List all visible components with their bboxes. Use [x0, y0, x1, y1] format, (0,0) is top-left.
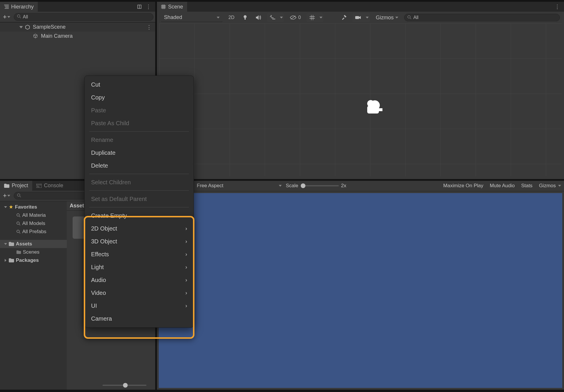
tree-assets[interactable]: Assets	[0, 240, 67, 248]
hierarchy-item-main-camera[interactable]: Main Camera	[0, 32, 155, 40]
thumbnail-size-slider[interactable]	[102, 385, 146, 386]
ctx-label: Rename	[91, 137, 113, 143]
scene-tools-button[interactable]	[338, 13, 349, 22]
chevron-right-icon: ›	[185, 226, 187, 232]
list-icon	[4, 5, 9, 9]
project-tree: ★ Favorites All Materia All Models All P…	[0, 201, 67, 390]
tree-label: Scenes	[23, 249, 40, 255]
folder-icon	[9, 242, 14, 246]
scene-fx-dropdown[interactable]	[279, 13, 284, 22]
console-tab-label: Console	[44, 183, 63, 189]
tree-fav-item[interactable]: All Prefabs	[0, 228, 67, 236]
scene-viewport[interactable]	[159, 23, 562, 176]
camera-gizmo[interactable]	[362, 99, 384, 117]
ctx-3d-object[interactable]: 3D Object›	[85, 235, 194, 248]
ctx-ui[interactable]: UI›	[85, 299, 194, 312]
ctx-paste: Paste	[85, 104, 194, 117]
project-add-button[interactable]: +	[2, 191, 11, 200]
game-gizmos-dropdown[interactable]: Gizmos	[539, 183, 561, 189]
ctx-2d-object[interactable]: 2D Object›	[85, 222, 194, 235]
folder-icon	[4, 184, 9, 188]
tree-label: Favorites	[15, 204, 37, 210]
scene-hidden-toggle[interactable]: 0	[287, 13, 304, 22]
speaker-icon	[256, 15, 261, 20]
scene-grid-icon	[161, 4, 166, 9]
scene-gizmos-dropdown[interactable]: Gizmos	[373, 13, 401, 22]
mute-audio-toggle[interactable]: Mute Audio	[490, 183, 515, 189]
scene-tab[interactable]: Scene	[157, 2, 187, 12]
scene-lighting-toggle[interactable]	[240, 13, 250, 22]
console-tab[interactable]: Console	[32, 181, 67, 191]
ctx-effects[interactable]: Effects›	[85, 248, 194, 261]
slider-knob[interactable]	[301, 183, 305, 188]
tree-label: All Models	[22, 221, 45, 226]
scene-search[interactable]: All	[404, 14, 560, 21]
search-icon	[17, 193, 21, 199]
kebab-icon[interactable]: ⋮	[555, 4, 560, 10]
tree-packages[interactable]: Packages	[0, 256, 67, 264]
game-viewport[interactable]	[159, 193, 562, 388]
scene-name: SampleScene	[33, 24, 66, 30]
chevron-down-icon	[319, 17, 322, 18]
scene-camera-dropdown[interactable]	[365, 13, 370, 22]
ctx-label: Light	[91, 264, 104, 271]
ctx-light[interactable]: Light›	[85, 261, 194, 274]
tree-assets-child[interactable]: Scenes	[0, 248, 67, 256]
ctx-label: Paste As Child	[91, 120, 129, 127]
project-tab-label: Project	[12, 183, 28, 189]
scene-audio-toggle[interactable]	[253, 13, 264, 22]
scale-slider[interactable]	[301, 185, 339, 186]
hierarchy-search[interactable]: All	[14, 13, 153, 21]
aspect-dropdown[interactable]: Free Aspect	[197, 183, 282, 189]
folder-icon	[16, 250, 21, 254]
expand-icon	[5, 259, 6, 262]
ctx-rename: Rename	[85, 133, 194, 146]
ctx-label: Set as Default Parent	[91, 196, 147, 202]
ctx-copy[interactable]: Copy	[85, 91, 194, 104]
ctx-label: Create Empty	[91, 212, 127, 219]
ctx-delete[interactable]: Delete	[85, 159, 194, 172]
tree-fav-item[interactable]: All Materia	[0, 211, 67, 219]
grid-snap-icon	[310, 15, 315, 20]
tree-label: Assets	[16, 241, 32, 247]
scene-gridsnap-dropdown[interactable]	[318, 13, 324, 22]
ctx-label: Video	[91, 290, 106, 296]
expand-icon	[4, 243, 7, 245]
ctx-duplicate[interactable]: Duplicate	[85, 146, 194, 159]
ctx-camera[interactable]: Camera	[85, 312, 194, 325]
scene-2d-toggle[interactable]: 2D	[225, 13, 237, 22]
fx-icon	[270, 15, 275, 20]
tree-favorites[interactable]: ★ Favorites	[0, 203, 67, 211]
ctx-paste-as-child: Paste As Child	[85, 117, 194, 130]
svg-rect-10	[36, 184, 42, 188]
shading-mode-dropdown[interactable]: Shaded	[161, 13, 223, 22]
scale-label: Scale	[286, 183, 298, 189]
scene-fx-toggle[interactable]	[267, 13, 278, 22]
ctx-audio[interactable]: Audio›	[85, 274, 194, 286]
scene-search-text: All	[413, 15, 418, 20]
maximize-on-play-toggle[interactable]: Maximize On Play	[443, 183, 483, 189]
tree-label: All Materia	[22, 212, 46, 218]
hierarchy-scene-row[interactable]: SampleScene ⋮	[0, 22, 155, 32]
ctx-cut[interactable]: Cut	[85, 78, 194, 91]
ctx-create-empty[interactable]: Create Empty	[85, 209, 194, 222]
scene-camera-button[interactable]	[352, 13, 364, 22]
ctx-label: Copy	[91, 94, 105, 101]
svg-point-2	[244, 15, 247, 18]
scale-control[interactable]: Scale 2x	[286, 183, 346, 189]
hierarchy-tab[interactable]: Hierarchy	[0, 2, 38, 12]
scene-toolbar: Shaded 2D	[159, 12, 562, 23]
project-tab[interactable]: Project	[0, 181, 32, 191]
plus-icon: +	[3, 192, 7, 200]
scene-gridsnap-toggle[interactable]	[307, 13, 318, 22]
ctx-video[interactable]: Video›	[85, 286, 194, 299]
search-icon	[16, 213, 20, 217]
add-button[interactable]: +	[2, 13, 11, 21]
slider-knob[interactable]	[123, 383, 128, 388]
unity-scene-icon	[25, 24, 30, 30]
detach-icon[interactable]	[137, 4, 142, 9]
tree-fav-item[interactable]: All Models	[0, 219, 67, 228]
scene-kebab-icon[interactable]: ⋮	[146, 24, 152, 30]
stats-toggle[interactable]: Stats	[521, 183, 533, 189]
kebab-icon[interactable]: ⋮	[146, 4, 152, 10]
